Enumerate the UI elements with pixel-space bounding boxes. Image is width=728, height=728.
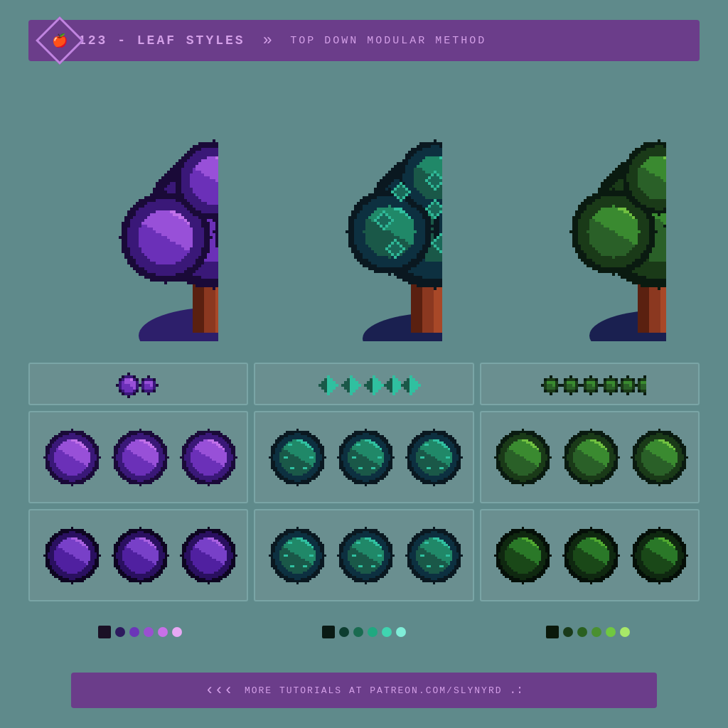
footer-arrows-left: ‹‹‹	[205, 682, 233, 700]
footer-text: MORE TUTORIALS AT PATREON.COM/SLYNYRD	[245, 685, 503, 696]
palette-dot	[322, 626, 335, 638]
header-subtitle: TOP DOWN MODULAR METHOD	[290, 35, 486, 47]
small-modules-purple	[39, 516, 238, 594]
palette-dot	[172, 627, 182, 637]
grid-large-teal	[254, 411, 473, 503]
header-dash: -	[107, 33, 136, 48]
palette-group-purple	[98, 626, 182, 638]
large-modules-teal	[264, 418, 464, 496]
header-bar: 🍎 123 - LEAF STYLES » TOP DOWN MODULAR M…	[28, 20, 700, 61]
large-modules-green	[490, 418, 689, 496]
palette-row	[28, 626, 700, 638]
grid-module-teal	[254, 363, 473, 405]
palette-dot	[577, 627, 587, 637]
grid-small-green	[480, 509, 700, 601]
palette-dot	[592, 627, 601, 637]
grid-small-purple	[28, 509, 248, 601]
grid-large-purple	[28, 411, 248, 503]
grid-small-teal	[254, 509, 473, 601]
palette-dot	[396, 627, 406, 637]
module-icon-teal	[307, 370, 421, 398]
trees-section	[28, 78, 700, 355]
palette-dot	[129, 627, 139, 637]
large-modules-purple	[39, 418, 238, 496]
module-icon-green	[532, 370, 646, 398]
palette-dot	[144, 627, 154, 637]
grid-module-green	[480, 363, 700, 405]
tree-green	[510, 128, 666, 341]
palette-dot	[606, 627, 616, 637]
tree-purple-container	[62, 128, 218, 341]
palette-dot	[115, 627, 125, 637]
tree-purple	[62, 128, 218, 341]
grid-section	[28, 363, 700, 601]
palette-dot	[339, 627, 349, 637]
palette-dot	[546, 626, 559, 638]
tree-green-container	[510, 128, 666, 341]
palette-group-green	[546, 626, 630, 638]
palette-dot	[620, 627, 630, 637]
tree-teal	[286, 128, 442, 341]
palette-dot	[353, 627, 363, 637]
tree-teal-container	[286, 128, 442, 341]
module-icon-purple	[110, 370, 167, 398]
grid-module-purple	[28, 363, 248, 405]
footer-bar: ‹‹‹ MORE TUTORIALS AT PATREON.COM/SLYNYR…	[71, 673, 657, 708]
palette-dot	[368, 627, 378, 637]
palette-dot	[158, 627, 168, 637]
small-modules-green	[490, 516, 689, 594]
palette-group-teal	[322, 626, 406, 638]
header-arrows: »	[254, 32, 282, 50]
header-diamond: 🍎	[36, 16, 84, 65]
palette-dot	[98, 626, 111, 638]
header-leaf-styles: LEAF STYLES	[137, 33, 245, 48]
grid-large-green	[480, 411, 700, 503]
footer-dots: .:	[510, 684, 523, 697]
small-modules-teal	[264, 516, 464, 594]
palette-dot	[563, 627, 573, 637]
header-icon: 🍎	[52, 33, 68, 48]
palette-dot	[382, 627, 392, 637]
